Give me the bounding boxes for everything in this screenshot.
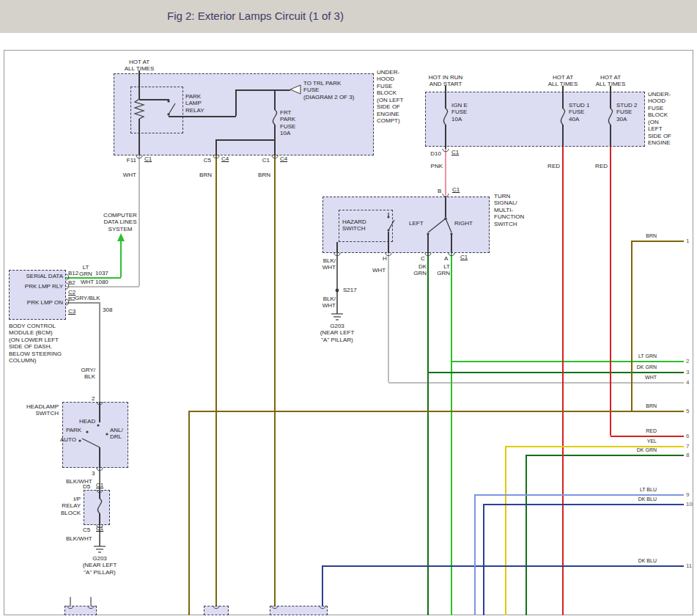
wire-igne-out	[445, 125, 446, 149]
wire-dkgrn-stub8	[526, 455, 684, 456]
wire-brn-c1	[274, 155, 276, 606]
wire-c5-drop	[215, 139, 217, 155]
wire-label-dkgrn: DK GRN	[413, 263, 427, 277]
wire-hot-feed	[139, 70, 140, 99]
terminal-b2-a: B2	[68, 279, 75, 286]
terminal-d5: D5	[83, 483, 90, 490]
wire-red-stud2	[610, 147, 611, 436]
wire-dkgrn-8-drop	[525, 455, 527, 615]
connector-c4-a: C4	[221, 155, 229, 162]
wire-label-gryblk-drop: GRY/ BLK	[73, 367, 95, 381]
wire-iprelay-out	[99, 513, 100, 525]
wire-brn-1-drop	[631, 241, 633, 411]
wire-label-blkwht-gnd: BLK/WHT	[66, 535, 92, 542]
underhood-block-left-label: UNDER- HOOD FUSE BLOCK (ON LEFT SIDE OF …	[377, 69, 403, 125]
headlamp-switch-label: HEADLAMP SWITCH	[16, 403, 59, 417]
wire-label-wht-h: WHT	[372, 267, 386, 274]
wire-boxa-stub2	[90, 597, 92, 606]
wire-to-trl-arrow	[236, 89, 290, 91]
right-position-label: RIGHT	[454, 220, 473, 227]
terminal-a: A	[444, 255, 448, 262]
edge-num-9: 9	[686, 491, 689, 498]
hot-at-all-times-mid: HOT AT ALL TIMES	[539, 74, 586, 88]
edge-num-5: 5	[686, 408, 689, 414]
wire-dkblu-11-drop	[322, 565, 323, 606]
wire-label-brn-b: BRN	[248, 172, 270, 178]
wire-label-pnk: PNK	[422, 163, 443, 169]
wire-stud1-feed	[562, 86, 564, 109]
title-bar: Fig 2: Exterior Lamps Circuit (1 of 3)	[0, 0, 697, 33]
hazard-switch-label: HAZARD SWITCH	[342, 219, 366, 232]
circuit-308: 308	[103, 307, 112, 313]
edge-label-4: WHT	[613, 375, 657, 381]
edge-label-3: DK GRN	[613, 364, 657, 370]
wire-label-wht: WHT	[114, 172, 136, 178]
wire-label-blkwht-b: BLK/ WHT	[320, 296, 336, 309]
wire-brn-stub1	[632, 241, 684, 242]
terminal-d10: D10	[424, 150, 441, 157]
wire-ltblu-drop	[474, 494, 476, 615]
wire-stud1-out	[562, 125, 564, 147]
edge-num-6: 6	[686, 433, 689, 439]
wire-label-red-b: RED	[587, 163, 608, 169]
wire-label-ltgrn: LT GRN	[437, 263, 450, 277]
edge-label-10: DK BLU	[613, 496, 657, 502]
bottom-component-box-c	[270, 606, 328, 615]
wire-c-internal	[427, 235, 429, 253]
circuit-1080: 1080	[95, 279, 108, 285]
wire-label-brn-a: BRN	[190, 172, 212, 178]
wire-boxa-stub1	[70, 597, 71, 606]
ip-relay-block-label: I/P RELAY BLOCK	[54, 496, 81, 516]
position-auto: AUTO	[60, 436, 76, 443]
wire-h-internal	[388, 232, 389, 253]
wire-hazard-gnd-internal	[336, 242, 338, 253]
wire-headlamp-in	[99, 402, 100, 422]
connector-c1-d10: C1	[451, 149, 459, 155]
edge-label-6: RED	[613, 428, 657, 434]
edge-num-3: 3	[686, 369, 689, 375]
terminal-f11: F11	[122, 157, 136, 164]
wire-iprelay-in	[99, 490, 100, 499]
position-anl-drl: ANL/ DRL	[110, 427, 123, 441]
edge-label-11: DK BLU	[613, 558, 657, 564]
wire-b-internal	[445, 197, 446, 217]
terminal-c5: C5	[199, 157, 211, 164]
edge-label-8: DK GRN	[613, 447, 657, 453]
wire-coil-to-f11	[139, 119, 140, 155]
stud1-fuse-label: STUD 1 FUSE 40A	[569, 102, 589, 122]
edge-num-8: 8	[686, 452, 689, 458]
wire-headlamp-out	[99, 447, 100, 468]
ip-relay-block-box	[84, 490, 110, 525]
wire-red-stub6	[611, 436, 684, 437]
to-trl-park-fuse-label: TO TRL PARK FUSE (DIAGRAM 2 OF 3)	[303, 80, 354, 100]
wire-label-gryblk-bcm: GRY/BLK	[75, 295, 100, 301]
stud2-fuse-label: STUD 2 FUSE 30A	[616, 102, 637, 122]
wire-brn-5-drop	[188, 411, 190, 615]
edge-num-4: 4	[686, 379, 689, 386]
park-lamp-relay-label: PARK LAMP RELAY	[185, 93, 204, 114]
wire-wht-bcm	[66, 286, 139, 287]
wire-ltblu-stub9	[475, 494, 684, 496]
ground-g203-b-label: G203 (NEAR LEFT "A" PILLAR)	[78, 555, 122, 576]
terminal-c5-ip: C5	[83, 527, 90, 533]
wire-brn-c5	[215, 155, 217, 606]
wire-wht-stub4	[388, 382, 684, 384]
connector-c1-c5: C1	[96, 525, 103, 532]
left-position-label: LEFT	[409, 220, 424, 227]
bcm-name-label: BODY CONTROL MODULE (BCM) (ON LOWER LEFT…	[9, 323, 62, 364]
wire-ltgrn-serial-riser	[120, 241, 122, 277]
wire-yel-drop	[505, 446, 506, 615]
bottom-component-box-b	[204, 606, 229, 615]
wire-igne-feed	[445, 86, 446, 109]
underhood-block-right-label: UNDER- HOOD FUSE BLOCK (ON LEFT SIDE OF …	[648, 91, 671, 147]
figure-title: Fig 2: Exterior Lamps Circuit (1 of 3)	[167, 10, 344, 22]
terminal-b: B	[438, 188, 441, 194]
wire-label-wht-bcm: WHT	[81, 279, 94, 285]
computer-data-lines-label: COMPUTER DATA LINES SYSTEM	[101, 212, 139, 232]
splice-s217-label: S217	[343, 287, 357, 293]
edge-num-10: 10	[686, 501, 693, 507]
circuit-1037: 1037	[95, 270, 108, 276]
wire-dkgrn-stub3	[428, 372, 684, 373]
connector-c1-b: C1	[452, 186, 460, 193]
wire-wht-h	[388, 253, 389, 382]
